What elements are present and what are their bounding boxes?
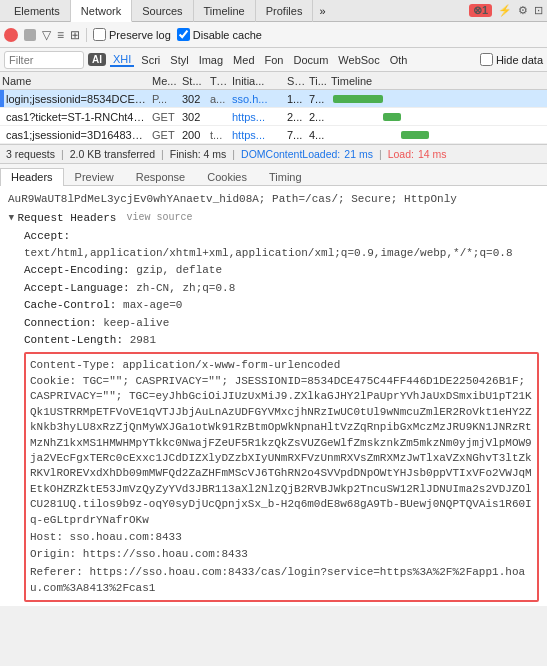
content-type-line: Content-Type: application/x-www-form-url… bbox=[30, 357, 533, 374]
cell-timeline bbox=[329, 113, 547, 121]
filter-docum[interactable]: Docum bbox=[290, 54, 331, 66]
cell-method: GET bbox=[150, 111, 180, 123]
load-label: Load: bbox=[388, 148, 414, 160]
ai-button[interactable]: AI bbox=[88, 53, 106, 66]
col-header-time[interactable]: Ti... bbox=[307, 75, 329, 87]
cell-name: cas1?ticket=ST-1-RNCht4LbpbA... bbox=[4, 111, 150, 123]
origin-line: Origin: https://sso.hoau.com:8433 bbox=[30, 546, 533, 563]
cell-type: t... bbox=[208, 129, 230, 141]
clear-button[interactable] bbox=[24, 29, 36, 41]
preserve-log-label: Preserve log bbox=[109, 29, 171, 41]
filter-input[interactable] bbox=[4, 51, 84, 69]
sub-tab-preview[interactable]: Preview bbox=[64, 168, 125, 186]
cookie-line: Cookie: TGC=""; CASPRIVACY=""; JSESSIONI… bbox=[30, 374, 533, 528]
sub-tab-response[interactable]: Response bbox=[125, 168, 197, 186]
request-headers-title: Request Headers bbox=[17, 210, 116, 227]
divider bbox=[86, 28, 87, 42]
record-button[interactable] bbox=[4, 28, 18, 42]
filter-oth[interactable]: Oth bbox=[387, 54, 411, 66]
finish: Finish: 4 ms bbox=[170, 148, 227, 160]
status-bar: 3 requests | 2.0 KB transferred | Finish… bbox=[0, 144, 547, 164]
table-header: Name Me... St... Ty... Initia... Si... T… bbox=[0, 72, 547, 90]
dom-content-loaded-label[interactable]: DOMContentLoaded: bbox=[241, 148, 340, 160]
cell-time: 7... bbox=[307, 93, 329, 105]
cell-status: 302 bbox=[180, 111, 208, 123]
filter-bar: AI XHI Scri Styl Imag Med Fon Docum WebS… bbox=[0, 48, 547, 72]
triangle-icon: ▶ bbox=[4, 215, 18, 220]
table-row[interactable]: cas1;jsessionid=3D16483C31F8... GET 200 … bbox=[0, 126, 547, 144]
load-value: 14 ms bbox=[418, 148, 447, 160]
table-row[interactable]: cas1?ticket=ST-1-RNCht4LbpbA... GET 302 … bbox=[0, 108, 547, 126]
preserve-log-checkbox[interactable]: Preserve log bbox=[93, 28, 171, 41]
cell-size: 1... bbox=[285, 93, 307, 105]
disable-cache-label: Disable cache bbox=[193, 29, 262, 41]
col-header-initiator[interactable]: Initia... bbox=[230, 75, 285, 87]
cell-name: login;jsessionid=8534DCE475C... bbox=[4, 93, 150, 105]
warning-icon: ⚡ bbox=[498, 4, 512, 17]
col-header-type[interactable]: Ty... bbox=[208, 75, 230, 87]
menu-icon[interactable]: ⊡ bbox=[534, 4, 543, 17]
filter-websoc[interactable]: WebSoc bbox=[335, 54, 382, 66]
filter-scri[interactable]: Scri bbox=[138, 54, 163, 66]
user-agent-line: User-Agent: Mozilla/5.0 (Macintosh; Inte… bbox=[24, 605, 539, 606]
cell-name: cas1;jsessionid=3D16483C31F8... bbox=[4, 129, 150, 141]
accept-line: Accept: text/html,application/xhtml+xml,… bbox=[24, 228, 539, 261]
tab-profiles[interactable]: Profiles bbox=[256, 0, 314, 22]
col-header-size[interactable]: Si... bbox=[285, 75, 307, 87]
cell-type: a... bbox=[208, 93, 230, 105]
tab-icons: ⊗1 ⚡ ⚙ ⊡ bbox=[469, 4, 543, 17]
settings-icon[interactable]: ⚙ bbox=[518, 4, 528, 17]
detail-panel: Headers Preview Response Cookies Timing … bbox=[0, 164, 547, 606]
sort-icon[interactable]: ≡ bbox=[57, 28, 64, 42]
cell-initiator: sso.h... bbox=[230, 93, 285, 105]
sub-tab-headers[interactable]: Headers bbox=[0, 168, 64, 186]
cell-timeline bbox=[329, 131, 547, 139]
cell-timeline bbox=[329, 95, 547, 103]
requests-count: 3 requests bbox=[6, 148, 55, 160]
tab-sources[interactable]: Sources bbox=[132, 0, 193, 22]
highlighted-section: Content-Type: application/x-www-form-url… bbox=[24, 352, 539, 602]
toolbar: ▽ ≡ ⊞ Preserve log Disable cache bbox=[0, 22, 547, 48]
sub-tabs: Headers Preview Response Cookies Timing bbox=[0, 164, 547, 186]
tab-more[interactable]: » bbox=[313, 3, 331, 19]
table-row[interactable]: login;jsessionid=8534DCE475C... P... 302… bbox=[0, 90, 547, 108]
tab-timeline[interactable]: Timeline bbox=[194, 0, 256, 22]
sub-tab-cookies[interactable]: Cookies bbox=[196, 168, 258, 186]
tab-network[interactable]: Network bbox=[71, 0, 132, 22]
cell-initiator: https... bbox=[230, 129, 285, 141]
tab-elements[interactable]: Elements bbox=[4, 0, 71, 22]
group-icon[interactable]: ⊞ bbox=[70, 28, 80, 42]
hide-data-label[interactable]: Hide data bbox=[480, 53, 543, 66]
filter-fon[interactable]: Fon bbox=[262, 54, 287, 66]
detail-content: AuR9WaUT8lPdMeL3ycjEv0whYAnaetv_hid08A; … bbox=[0, 186, 547, 606]
referer-line: Referer: https://sso.hoau.com:8433/cas/l… bbox=[30, 564, 533, 597]
filter-imag[interactable]: Imag bbox=[196, 54, 226, 66]
cell-size: 7... bbox=[285, 129, 307, 141]
cell-method: P... bbox=[150, 93, 180, 105]
filter-med[interactable]: Med bbox=[230, 54, 257, 66]
filter-styl[interactable]: Styl bbox=[167, 54, 191, 66]
sub-tab-timing[interactable]: Timing bbox=[258, 168, 313, 186]
col-header-method[interactable]: Me... bbox=[150, 75, 180, 87]
col-header-status[interactable]: St... bbox=[180, 75, 208, 87]
disable-cache-checkbox[interactable]: Disable cache bbox=[177, 28, 262, 41]
host-line: Host: sso.hoau.com:8433 bbox=[30, 529, 533, 546]
general-cookie-value: AuR9WaUT8lPdMeL3ycjEv0whYAnaetv_hid08A; … bbox=[8, 193, 457, 205]
filter-xhi[interactable]: XHI bbox=[110, 53, 134, 67]
accept-language-line: Accept-Language: zh-CN, zh;q=0.8 bbox=[24, 280, 539, 297]
filter-icon[interactable]: ▽ bbox=[42, 28, 51, 42]
dom-content-loaded-value: 21 ms bbox=[344, 148, 373, 160]
cache-control-line: Cache-Control: max-age=0 bbox=[24, 297, 539, 314]
cell-status: 200 bbox=[180, 129, 208, 141]
error-badge: ⊗1 bbox=[469, 4, 492, 17]
request-headers-section[interactable]: ▶ Request Headers view source bbox=[8, 210, 539, 227]
general-cookie-line: AuR9WaUT8lPdMeL3ycjEv0whYAnaetv_hid08A; … bbox=[8, 191, 539, 208]
hide-data-text: Hide data bbox=[496, 54, 543, 66]
cell-method: GET bbox=[150, 129, 180, 141]
cell-time: 4... bbox=[307, 129, 329, 141]
view-source-link[interactable]: view source bbox=[126, 210, 192, 225]
connection-line: Connection: keep-alive bbox=[24, 315, 539, 332]
cell-initiator: https... bbox=[230, 111, 285, 123]
col-header-timeline[interactable]: Timeline bbox=[329, 75, 547, 87]
col-header-name[interactable]: Name bbox=[0, 75, 150, 87]
